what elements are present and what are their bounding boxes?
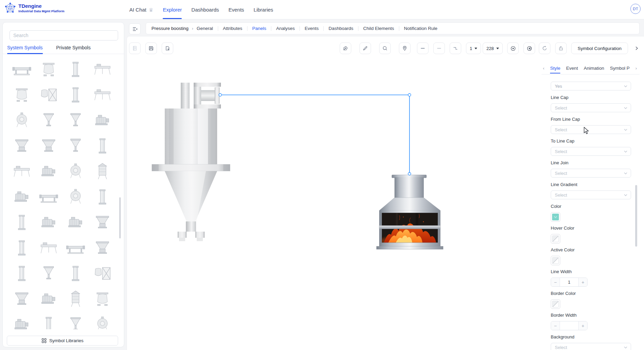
symbol-plate-feeder[interactable]	[36, 235, 62, 261]
symbol-compact-unit[interactable]	[90, 184, 115, 210]
symbol-press-frame[interactable]	[63, 56, 88, 82]
connector-line[interactable]	[219, 94, 411, 175]
decrement-button[interactable]: −	[551, 321, 560, 330]
tip-hopper-icon	[11, 290, 32, 308]
symbol-roller-conveyor[interactable]	[9, 56, 35, 82]
connector-end-handle[interactable]	[408, 172, 411, 175]
symbol-mixer-vessel[interactable]	[63, 159, 88, 184]
canvas-symbol-cyclone-hopper[interactable]	[152, 83, 230, 241]
vertical-pump-icon	[11, 265, 32, 282]
sidebar-scrollbar[interactable]	[119, 197, 121, 238]
active-color-swatch[interactable]	[551, 256, 560, 265]
background-select[interactable]: Select	[551, 343, 631, 350]
symbol-lift-unit[interactable]	[90, 133, 115, 159]
mobile-mixer-icon	[92, 316, 113, 330]
nav-explorer[interactable]: Explorer	[163, 0, 182, 19]
symbol-drum-unit[interactable]	[63, 261, 88, 286]
symbol-chute[interactable]	[36, 107, 62, 133]
symbol-disc-feeder[interactable]	[9, 133, 35, 159]
symbol-tank-silo[interactable]	[90, 159, 115, 184]
border-width-value[interactable]	[560, 321, 578, 330]
symbol-filter-column[interactable]	[36, 312, 62, 329]
breadcrumb-item-events[interactable]: Events	[305, 26, 319, 31]
breadcrumb-item-notification-rule[interactable]: Notification Rule	[404, 26, 437, 31]
tabs-scroll-right-icon[interactable]: ›	[635, 66, 637, 73]
breadcrumb-item-child-elements[interactable]: Child Elements	[363, 26, 394, 31]
symbol-cone-mill[interactable]	[63, 133, 88, 159]
symbol-dosing-unit[interactable]	[36, 159, 62, 184]
breadcrumb-item-panels[interactable]: Panels	[252, 26, 266, 31]
symbol-shredder[interactable]	[36, 286, 62, 312]
tab-style[interactable]: Style	[550, 66, 560, 73]
symbol-mobile-mixer[interactable]	[90, 312, 115, 329]
symbol-column-tank[interactable]	[9, 210, 35, 235]
nav-ai-chat[interactable]: AI Chat ♕	[129, 0, 153, 19]
tab-private-symbols[interactable]: Private Symbols	[56, 45, 91, 50]
line-cap-select[interactable]: Select	[551, 103, 631, 112]
symbol-table-bed[interactable]	[90, 56, 115, 82]
line-width-value[interactable]: 1	[560, 278, 578, 286]
tabs-scroll-left-icon[interactable]: ‹	[543, 66, 544, 73]
symbol-hopper-frame[interactable]	[36, 56, 62, 82]
symbol-machine-unit[interactable]	[90, 107, 115, 133]
symbol-tip-hopper[interactable]	[9, 286, 35, 312]
symbol-vibrating-table[interactable]	[9, 159, 35, 184]
breadcrumb-root[interactable]: Pressure boosting	[151, 26, 189, 31]
panel-scrollbar[interactable]	[635, 185, 637, 247]
symbol-screw-conveyor[interactable]	[36, 184, 62, 210]
column-tank-icon	[11, 214, 32, 231]
color-swatch[interactable]	[551, 212, 560, 222]
connector-corner-handle[interactable]	[408, 94, 411, 96]
breadcrumb-item-analyses[interactable]: Analyses	[276, 26, 295, 31]
symbol-libraries-button[interactable]: Symbol Libraries	[7, 336, 118, 346]
increment-button[interactable]: +	[578, 321, 587, 330]
symbol-hopper-cart[interactable]	[90, 235, 115, 261]
connector-start-handle[interactable]	[219, 94, 222, 96]
symbol-screw-unit[interactable]	[63, 235, 88, 261]
symbol-mixer-tank[interactable]	[9, 107, 35, 133]
symbol-small-pump[interactable]	[9, 235, 35, 261]
decrement-button[interactable]: −	[551, 278, 560, 286]
field-label: From Line Cap	[551, 117, 631, 122]
symbol-gauge-pump[interactable]	[9, 184, 35, 210]
line-join-select[interactable]: Select	[551, 169, 631, 178]
symbol-roots-pump[interactable]	[63, 210, 88, 235]
hover-color-swatch[interactable]	[551, 234, 560, 244]
symbol-belt-table[interactable]	[90, 82, 115, 107]
user-avatar[interactable]: DT	[630, 4, 641, 14]
symbol-vertical-funnel[interactable]	[63, 107, 88, 133]
tab-symbol-properties[interactable]: Symbol P	[610, 66, 630, 73]
from-line-cap-select[interactable]: Select	[551, 125, 631, 134]
symbol-frame-press[interactable]	[90, 261, 115, 286]
nav-dashboards[interactable]: Dashboards	[191, 0, 219, 19]
breadcrumb-item-dashboards[interactable]: Dashboards	[328, 26, 353, 31]
border-color-swatch[interactable]	[551, 299, 560, 309]
visible-select[interactable]: Yes	[551, 82, 631, 90]
symbol-bag-x-frame[interactable]	[36, 82, 62, 107]
nav-libraries[interactable]: Libraries	[254, 0, 273, 19]
search-input[interactable]	[10, 30, 118, 40]
symbol-rotary-valve[interactable]	[63, 184, 88, 210]
canvas-symbol-melting-furnace[interactable]	[376, 175, 443, 249]
symbol-column-unit[interactable]	[63, 82, 88, 107]
tab-animation[interactable]: Animation	[584, 66, 604, 73]
breadcrumb-item-attributes[interactable]: Attributes	[223, 26, 242, 31]
symbol-blower[interactable]	[36, 210, 62, 235]
symbol-washer[interactable]	[90, 286, 115, 312]
tab-event[interactable]: Event	[566, 66, 578, 73]
collapse-sidebar-button[interactable]	[129, 23, 141, 34]
symbol-funnel-small[interactable]	[36, 261, 62, 286]
nav-events[interactable]: Events	[228, 0, 244, 19]
symbol-dust-collector[interactable]	[63, 312, 88, 329]
tab-system-symbols[interactable]: System Symbols	[7, 45, 43, 50]
symbol-vertical-pump[interactable]	[9, 261, 35, 286]
symbol-crusher[interactable]	[36, 133, 62, 159]
line-gradient-select[interactable]: Select	[551, 190, 631, 199]
increment-button[interactable]: +	[578, 278, 587, 286]
symbol-bag-lift[interactable]	[9, 82, 35, 107]
to-line-cap-select[interactable]: Select	[551, 147, 631, 156]
symbol-storage-silo[interactable]	[63, 286, 88, 312]
symbol-grinder[interactable]	[90, 210, 115, 235]
breadcrumb-item-general[interactable]: General	[197, 26, 213, 31]
symbol-motor[interactable]	[9, 312, 35, 329]
